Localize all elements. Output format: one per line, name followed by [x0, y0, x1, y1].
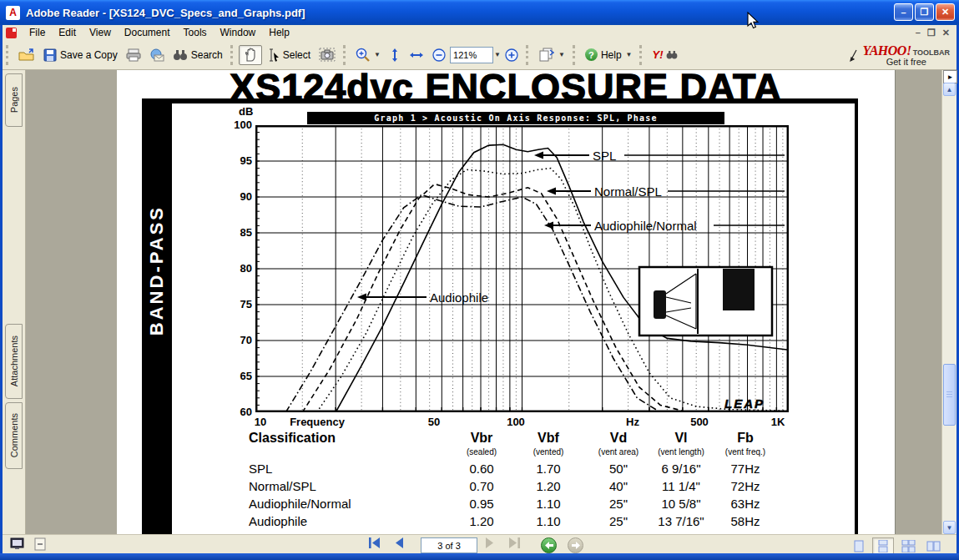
snapshot-button[interactable] — [315, 45, 340, 64]
search-label: Search — [191, 49, 223, 61]
navigation-tab-strip: Pages Attachments Comments — [3, 70, 26, 534]
scroll-up-button[interactable]: ▲ — [943, 83, 956, 96]
menu-help[interactable]: Help — [262, 26, 296, 39]
zoom-out-button[interactable] — [428, 46, 450, 64]
tab-pages[interactable]: Pages — [5, 73, 23, 127]
tab-attachments[interactable]: Attachments — [5, 324, 23, 399]
curve-label-audiophile: Audiophile — [430, 290, 488, 305]
zoom-level-dropdown[interactable]: ▼ — [494, 51, 501, 58]
frame-top-rule — [142, 98, 858, 103]
page-indicator-input[interactable] — [421, 537, 477, 553]
table-cell: 58Hz — [708, 512, 783, 530]
zoom-in-button[interactable] — [501, 46, 522, 64]
first-page-button[interactable] — [367, 537, 381, 548]
y-tick-label: 80 — [222, 262, 252, 275]
x-tick-label: 50 — [428, 416, 440, 428]
tab-comments[interactable]: Comments — [5, 402, 23, 469]
vertical-scrollbar[interactable]: ► ▲ ▼ — [941, 70, 956, 534]
email-button[interactable] — [145, 46, 169, 64]
page-display-button[interactable]: ▼ — [534, 45, 569, 64]
table-cell: Audiophile — [249, 512, 449, 530]
previous-page-button[interactable] — [394, 537, 405, 548]
minimize-button[interactable]: – — [894, 3, 913, 21]
toolbar-grip[interactable] — [343, 45, 348, 65]
zoom-in-tool-button[interactable]: ▼ — [351, 45, 385, 64]
continuous-view-button[interactable] — [872, 537, 894, 555]
x-tick-label: 1K — [771, 416, 785, 428]
doc-restore-button[interactable]: ❐ — [927, 28, 936, 38]
table-cell: 50" — [583, 460, 654, 477]
table-cell: 11 1/4" — [654, 477, 708, 495]
continuous-facing-icon — [901, 540, 916, 552]
zoom-level-input[interactable] — [450, 47, 493, 63]
open-button[interactable] — [14, 46, 39, 64]
yahoo-suffix: TOOLBAR — [913, 48, 950, 57]
email-icon — [149, 48, 164, 62]
col-header: Classification — [249, 431, 449, 447]
magnifier-plus-icon — [356, 48, 370, 62]
scroll-down-button[interactable]: ▼ — [943, 521, 956, 534]
maximize-button[interactable]: ❐ — [915, 3, 934, 21]
menu-view[interactable]: View — [83, 26, 118, 39]
thumb-grip — [946, 391, 952, 398]
save-a-copy-button[interactable]: Save a Copy — [39, 46, 122, 64]
menu-document[interactable]: Document — [118, 26, 177, 39]
page-display-dropdown[interactable]: ▼ — [558, 51, 565, 58]
bandpass-side-label: BAND-PASS — [142, 98, 172, 534]
document-status-button[interactable] — [10, 537, 24, 550]
yahoo-toolbar-promo[interactable]: YAHOO!TOOLBAR Get it free — [848, 43, 950, 67]
toolbar-grip[interactable] — [230, 45, 235, 65]
tab-pages-label: Pages — [9, 87, 19, 113]
menu-window[interactable]: Window — [214, 26, 263, 39]
single-page-view-button[interactable] — [848, 537, 870, 555]
print-button[interactable] — [122, 46, 145, 64]
table-cell: SPL — [249, 460, 449, 477]
hide-panel-arrow-button[interactable]: ► — [943, 70, 957, 83]
facing-view-button[interactable] — [922, 537, 944, 555]
last-page-button[interactable] — [507, 537, 522, 548]
save-a-copy-label: Save a Copy — [60, 49, 118, 61]
minus-circle-icon — [432, 48, 446, 62]
response-chart — [255, 125, 789, 412]
yahoo-search-button[interactable]: Y! — [648, 46, 682, 63]
doc-minimize-button[interactable]: – — [916, 28, 921, 38]
col-subheader: (vent freq.) — [708, 447, 783, 460]
previous-view-button[interactable] — [541, 537, 557, 553]
scrollbar-thumb[interactable] — [943, 364, 956, 426]
help-dropdown[interactable]: ▼ — [626, 51, 633, 58]
table-cell: 72Hz — [708, 477, 783, 495]
fit-width-button[interactable] — [405, 47, 428, 63]
help-icon: ? — [585, 48, 598, 61]
menu-edit[interactable]: Edit — [52, 26, 83, 39]
table-cell: Normal/SPL — [249, 477, 449, 495]
printer-icon — [126, 48, 141, 62]
adobe-reader-icon: A — [6, 6, 20, 20]
next-page-button[interactable] — [484, 537, 495, 548]
y-tick-label: 65 — [222, 370, 252, 382]
search-button[interactable]: Search — [169, 46, 227, 63]
continuous-facing-view-button[interactable] — [897, 537, 919, 555]
fit-page-button[interactable] — [385, 45, 405, 65]
frame-right-rule — [855, 98, 858, 534]
select-tool-button[interactable]: Select — [262, 46, 315, 64]
table-cell: 25" — [583, 512, 654, 530]
col-header: Vl — [654, 431, 708, 447]
toolbar-grip[interactable] — [639, 45, 644, 65]
next-view-button[interactable] — [568, 537, 583, 553]
pdf-page: XS124dvc ENCLOSURE DATA BAND-PASS Graph … — [117, 70, 896, 534]
curve-label-normal-spl: Normal/SPL — [594, 184, 662, 199]
toolbar-grip[interactable] — [526, 45, 531, 65]
toolbar-grip[interactable] — [6, 45, 11, 65]
close-button[interactable]: ✕ — [936, 3, 955, 21]
ibeam-cursor-icon — [266, 48, 280, 62]
doc-close-button[interactable]: ✕ — [942, 28, 950, 38]
window-border-bottom — [0, 553, 959, 560]
menu-file[interactable]: File — [23, 26, 52, 39]
page-size-button[interactable] — [34, 537, 46, 551]
menu-tools[interactable]: Tools — [177, 26, 214, 39]
hand-tool-button[interactable] — [239, 45, 262, 65]
help-button[interactable]: ? Help ▼ — [581, 46, 637, 63]
toolbar-grip[interactable] — [573, 45, 578, 65]
y-tick-label: 90 — [222, 190, 252, 203]
zoom-tool-dropdown[interactable]: ▼ — [374, 51, 381, 58]
